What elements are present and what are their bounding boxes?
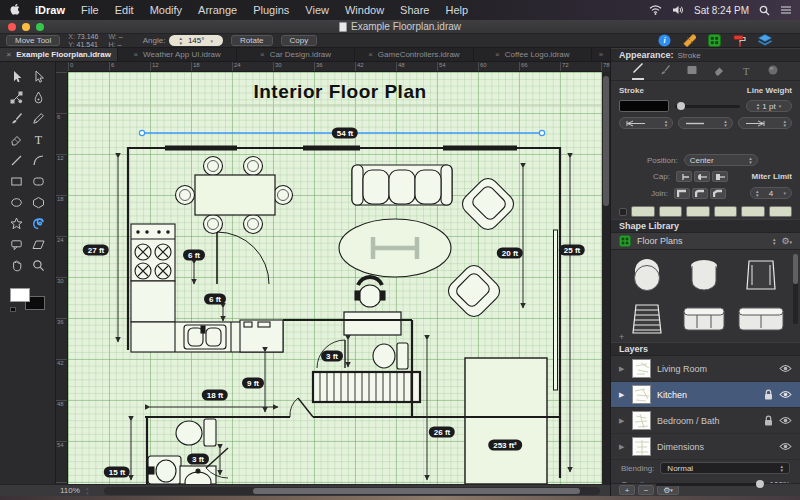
parallelogram-tool-icon[interactable] xyxy=(28,234,50,255)
paint-roller-icon[interactable] xyxy=(733,34,746,47)
blending-select[interactable]: Normal ▴▾ xyxy=(660,462,790,474)
join-round-button[interactable] xyxy=(692,188,708,199)
dimension-label-3ft-b[interactable]: 3 ft xyxy=(187,454,209,465)
notification-list-icon[interactable] xyxy=(780,5,792,15)
stroke-preset-swatch[interactable] xyxy=(631,206,655,217)
horizontal-scrollbar[interactable] xyxy=(104,487,600,495)
shape-armchair[interactable] xyxy=(733,254,788,296)
move-tool-button[interactable]: Move Tool xyxy=(6,35,60,46)
dimension-label-25ft[interactable]: 25 ft xyxy=(559,245,585,256)
rotate-button[interactable]: Rotate xyxy=(231,35,273,46)
zoom-window-button[interactable] xyxy=(36,23,44,31)
brush-tab-icon[interactable] xyxy=(659,64,671,78)
zoom-stepper[interactable]: ▴▾ xyxy=(86,486,89,495)
visibility-eye-icon[interactable] xyxy=(779,390,792,399)
drawing-canvas[interactable]: Interior Floor Plan 54 ft 27 ft 6 ft 6 f… xyxy=(68,72,610,484)
menu-share[interactable]: Share xyxy=(392,4,437,16)
tab-weather-app[interactable]: × Weather App UI.idraw xyxy=(118,48,236,61)
spotlight-icon[interactable] xyxy=(759,5,770,16)
menu-clock[interactable]: Sat 8:24 PM xyxy=(694,5,749,16)
cap-butt-button[interactable] xyxy=(676,171,692,182)
menu-edit[interactable]: Edit xyxy=(107,4,142,16)
layer-row-dimensions[interactable]: ▶ Dimensions xyxy=(611,434,800,460)
angle-field[interactable]: ▴▾ 145° ▾ xyxy=(169,35,223,46)
layer-row-kitchen[interactable]: ▶ Kitchen xyxy=(611,382,800,408)
spiral-tool-icon[interactable] xyxy=(28,213,50,234)
brush-tool-icon[interactable] xyxy=(6,108,28,129)
text-tab-icon[interactable]: T xyxy=(740,64,752,78)
vertical-scrollbar-thumb[interactable] xyxy=(603,76,609,206)
miter-limit-field[interactable]: ▴▾ 4 ▾ xyxy=(750,187,792,199)
star-tool-icon[interactable] xyxy=(6,213,28,234)
menu-file[interactable]: File xyxy=(73,4,107,16)
library-scrollbar[interactable] xyxy=(793,254,798,324)
shape-stairs[interactable] xyxy=(619,298,674,340)
dimension-label-20ft[interactable]: 20 ft xyxy=(497,248,523,259)
dimension-label-15ft[interactable]: 15 ft xyxy=(104,467,130,478)
fill-tab-icon[interactable] xyxy=(686,64,698,78)
arrow-start-select[interactable]: ▴▾ xyxy=(619,117,673,129)
eraser-tab-icon[interactable] xyxy=(713,64,725,78)
cap-square-button[interactable] xyxy=(712,171,728,182)
dimension-label-54ft[interactable]: 54 ft xyxy=(332,128,358,139)
stroke-preset-swatch[interactable] xyxy=(741,206,765,217)
layer-row-bedroom-bath[interactable]: ▶ Bedroom / Bath xyxy=(611,408,800,434)
close-window-button[interactable] xyxy=(8,23,16,31)
arrow-end-select[interactable]: ▴▾ xyxy=(738,117,792,129)
minimize-window-button[interactable] xyxy=(22,23,30,31)
add-layer-button[interactable]: + xyxy=(619,485,635,495)
lock-icon[interactable] xyxy=(764,389,773,400)
close-tab-icon[interactable]: × xyxy=(260,50,265,59)
stroke-tab-icon[interactable] xyxy=(632,62,644,80)
pencil-tool-icon[interactable] xyxy=(28,108,50,129)
shape-loveseat[interactable] xyxy=(676,298,731,340)
menu-modify[interactable]: Modify xyxy=(142,4,190,16)
menu-view[interactable]: View xyxy=(297,4,337,16)
fill-color-well[interactable] xyxy=(10,288,30,302)
menu-plugins[interactable]: Plugins xyxy=(245,4,297,16)
position-select[interactable]: Center ▴▾ xyxy=(684,154,758,166)
menu-window[interactable]: Window xyxy=(337,4,392,16)
floorplan-title[interactable]: Interior Floor Plan xyxy=(253,81,426,103)
info-icon[interactable]: i xyxy=(658,34,671,47)
layer-gear-button[interactable]: ⚙▾ xyxy=(657,485,679,495)
library-stepper[interactable]: ▴▾ xyxy=(773,237,776,246)
tab-car-design[interactable]: × Car Design.idraw xyxy=(237,48,355,61)
wifi-icon[interactable] xyxy=(649,5,662,15)
area-label-253sqft[interactable]: 253 ft² xyxy=(488,440,522,451)
grid-icon[interactable] xyxy=(708,34,721,47)
disclosure-triangle-icon[interactable]: ▶ xyxy=(619,417,626,425)
disclosure-triangle-icon[interactable]: ▶ xyxy=(619,365,626,373)
close-tab-icon[interactable]: × xyxy=(133,50,138,59)
menu-idraw[interactable]: iDraw xyxy=(27,4,73,16)
rectangle-tool-icon[interactable] xyxy=(6,171,28,192)
join-miter-button[interactable] xyxy=(674,188,690,199)
disclosure-triangle-icon[interactable]: ▶ xyxy=(619,443,626,451)
add-shape-button[interactable]: + xyxy=(619,332,624,342)
stroke-preset-swatch[interactable] xyxy=(659,206,683,217)
hand-tool-icon[interactable] xyxy=(6,255,28,276)
visibility-eye-icon[interactable] xyxy=(779,364,792,373)
selection-tool-icon[interactable] xyxy=(6,66,28,87)
shape-library-bar[interactable]: Floor Plans ▴▾ ⚙▾ xyxy=(611,233,800,250)
shape-tub-chair[interactable] xyxy=(676,254,731,296)
dimension-label-6ft-a[interactable]: 6 ft xyxy=(183,250,205,261)
stroke-preset-swatch[interactable] xyxy=(714,206,738,217)
visibility-eye-ic[interactable] xyxy=(779,442,792,451)
menu-arrange[interactable]: Arrange xyxy=(190,4,245,16)
stroke-color-swatch[interactable] xyxy=(619,100,669,112)
tab-coffee-logo[interactable]: × Coffee Logo.idraw xyxy=(474,48,592,61)
dimension-label-6ft-b[interactable]: 6 ft xyxy=(204,294,226,305)
disclosure-triangle-icon[interactable]: ▶ xyxy=(619,391,626,399)
tab-overflow-button[interactable]: » xyxy=(592,48,610,61)
effects-tab-icon[interactable] xyxy=(767,64,779,78)
layer-row-living-room[interactable]: ▶ Living Room xyxy=(611,356,800,382)
node-editor-tool-icon[interactable] xyxy=(6,87,28,108)
close-tab-icon[interactable]: × xyxy=(495,50,500,59)
horizontal-scrollbar-thumb[interactable] xyxy=(253,488,580,494)
line-style-select[interactable]: ▴▾ xyxy=(678,117,732,129)
dimension-label-27ft[interactable]: 27 ft xyxy=(83,245,109,256)
opacity-slider[interactable] xyxy=(656,483,763,486)
eraser-tool-icon[interactable] xyxy=(6,129,28,150)
zoom-tool-icon[interactable] xyxy=(28,255,50,276)
